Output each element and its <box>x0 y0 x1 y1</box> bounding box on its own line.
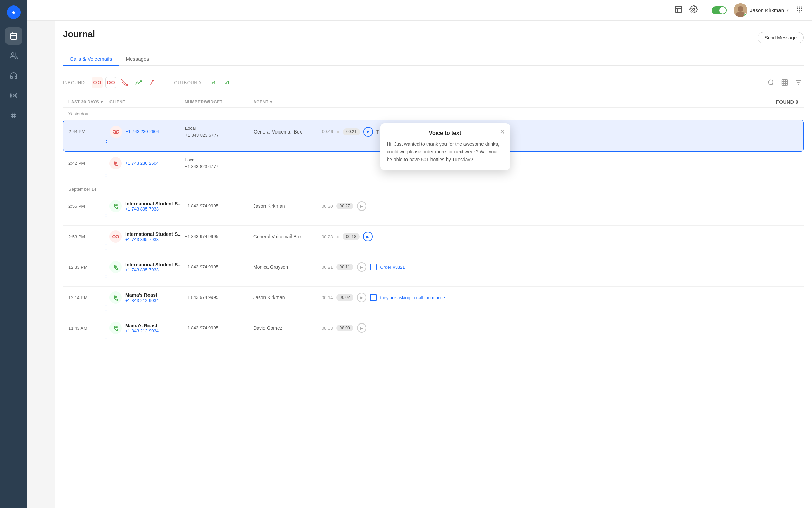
svg-point-35 <box>769 80 773 85</box>
svg-point-17 <box>801 6 802 7</box>
call-in-icon <box>109 157 122 169</box>
number-col: +1 843 974 9995 <box>185 325 253 331</box>
search-icon[interactable] <box>765 77 776 88</box>
more-options-button[interactable]: ⋮ <box>103 334 109 342</box>
svg-point-16 <box>799 6 800 7</box>
filter-voicemail-all-btn[interactable] <box>105 77 116 88</box>
filter-missed-btn[interactable] <box>119 77 130 88</box>
filter-inbound-btn[interactable] <box>133 77 144 88</box>
col-client: CLIENT <box>109 99 185 105</box>
more-options-button[interactable]: ⋮ <box>103 273 109 281</box>
table-row[interactable]: 12:14 PM Mama's Roast +1 843 212 9034 +1… <box>63 287 804 317</box>
svg-point-24 <box>799 11 800 12</box>
svg-point-4 <box>11 53 14 55</box>
sidebar-item-network[interactable] <box>5 87 22 104</box>
number-col: +1 843 974 9995 <box>185 294 253 301</box>
call-time: 12:33 PM <box>68 265 109 270</box>
send-message-button[interactable]: Send Message <box>758 32 804 43</box>
svg-point-15 <box>797 6 798 7</box>
number-col: Local+1 843 823 6777 <box>185 156 253 170</box>
client-phone: +1 743 230 2604 <box>125 161 159 166</box>
popover-title: Voice to text <box>387 130 503 136</box>
table-row[interactable]: 2:53 PM International Student S... +1 74… <box>63 226 804 256</box>
filter-outbound2-btn[interactable] <box>221 77 232 88</box>
tab-messages[interactable]: Messages <box>119 52 156 66</box>
col-agent[interactable]: AGENT ▾ <box>253 99 322 105</box>
duration1: 00:14 <box>322 295 333 300</box>
number-col: +1 843 974 9995 <box>185 233 253 240</box>
play-button[interactable]: ▶ <box>363 232 373 241</box>
svg-point-13 <box>738 6 743 12</box>
analytics-icon[interactable] <box>674 5 683 15</box>
recording-pill: 00:27 <box>336 203 353 209</box>
svg-rect-37 <box>782 80 788 86</box>
meta-col: 00:23 ● 00:18 ▶ <box>322 232 798 241</box>
sidebar-item-contacts[interactable] <box>5 47 22 64</box>
call-time: 11:43 AM <box>68 326 109 331</box>
outbound-label: OUTBOUND: <box>174 80 203 85</box>
svg-point-18 <box>797 8 798 9</box>
svg-point-23 <box>801 10 802 11</box>
filter-inbound2-btn[interactable] <box>146 77 157 88</box>
call-time: 2:42 PM <box>68 161 109 166</box>
username-label: Jason Kirkman <box>750 7 784 13</box>
note-link[interactable]: they are asking to call them once th... <box>380 295 449 300</box>
more-options-button[interactable]: ⋮ <box>103 138 110 147</box>
table-row[interactable]: 12:33 PM International Student S... +1 7… <box>63 256 804 287</box>
client-name: International Student S... <box>125 231 182 237</box>
sidebar-item-calendar[interactable] <box>5 27 22 45</box>
dialpad-icon[interactable] <box>796 5 804 15</box>
client-phone: +1 843 212 9034 <box>125 298 159 303</box>
client-col: International Student S... +1 743 895 79… <box>109 230 185 243</box>
settings-icon[interactable] <box>689 5 698 15</box>
table-row[interactable]: 2:55 PM International Student S... +1 74… <box>63 195 804 226</box>
play-button[interactable]: ▶ <box>357 201 366 211</box>
transcript-icon[interactable]: T <box>376 129 379 135</box>
svg-point-5 <box>13 95 14 96</box>
meta-col: 00:30 00:27 ▶ <box>322 201 798 211</box>
play-button[interactable]: ▶ <box>357 293 366 302</box>
filter-outbound-btn[interactable] <box>208 77 219 88</box>
agent-col: Jason Kirkman <box>253 295 322 300</box>
more-options-button[interactable]: ⋮ <box>103 243 109 251</box>
client-name: Mama's Roast <box>125 323 159 328</box>
call-time: 12:14 PM <box>68 295 109 300</box>
online-indicator <box>744 13 747 17</box>
export-icon[interactable] <box>779 77 790 88</box>
svg-point-19 <box>799 8 800 9</box>
filter-settings-icon[interactable] <box>793 77 804 88</box>
inbound-filters <box>92 77 157 88</box>
play-button[interactable]: ▶ <box>357 262 366 272</box>
filter-actions <box>765 77 804 88</box>
play-button[interactable]: ▶ <box>363 127 373 137</box>
note-link[interactable]: Order #3321 <box>380 265 405 270</box>
more-options-button[interactable]: ⋮ <box>103 212 109 220</box>
voicemail2-icon <box>109 230 122 243</box>
agent-col: Jason Kirkman <box>253 203 322 209</box>
table-row[interactable]: 11:43 AM Mama's Roast +1 843 212 9034 +1… <box>63 317 804 347</box>
more-options-button[interactable]: ⋮ <box>103 170 109 178</box>
close-icon[interactable]: ✕ <box>500 128 505 136</box>
svg-line-36 <box>772 84 774 85</box>
user-menu[interactable]: Jason Kirkman ▾ <box>734 3 789 17</box>
sidebar-item-hashtag[interactable] <box>5 107 22 124</box>
more-options-button[interactable]: ⋮ <box>103 304 109 312</box>
meta-col: 00:14 00:02 ▶ they are asking to call th… <box>322 293 798 302</box>
sidebar: ● <box>0 0 27 508</box>
duration1: 00:21 <box>322 265 333 270</box>
sidebar-item-headset[interactable] <box>5 67 22 84</box>
svg-point-28 <box>107 81 110 84</box>
tab-calls-voicemails[interactable]: Calls & Voicemails <box>63 52 119 66</box>
outbound-filters <box>208 77 232 88</box>
play-button[interactable]: ▶ <box>357 323 366 333</box>
chevron-down-icon: ▾ <box>101 100 103 104</box>
client-phone: +1 743 895 7933 <box>125 237 182 242</box>
agent-col: David Gomez <box>253 325 322 331</box>
col-date[interactable]: LAST 30 DAYS ▾ <box>68 99 109 105</box>
date-separator-yesterday: Yesterday <box>63 108 804 120</box>
filter-voicemail-btn[interactable] <box>92 77 103 88</box>
found-count: 9 <box>796 99 798 105</box>
svg-point-11 <box>693 8 695 10</box>
recording-pill: 08:00 <box>336 325 353 331</box>
status-toggle[interactable] <box>712 6 727 14</box>
